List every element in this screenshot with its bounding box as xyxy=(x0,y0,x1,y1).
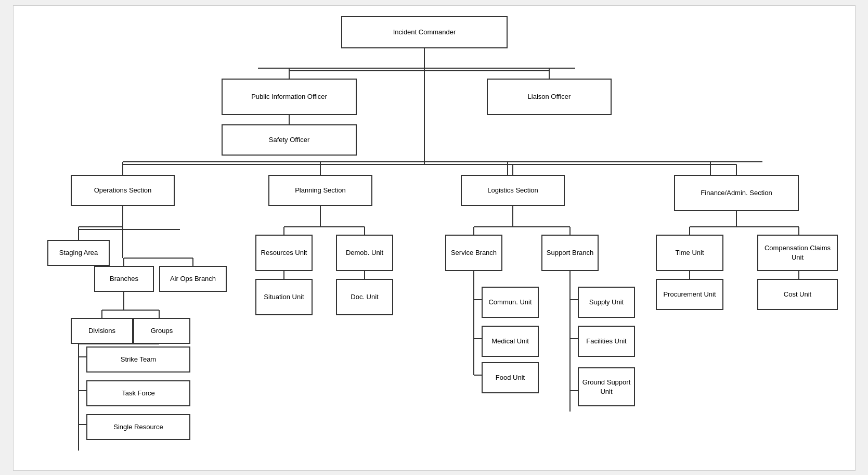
liaison-officer-box: Liaison Officer xyxy=(487,79,612,115)
public-info-officer-box: Public Information Officer xyxy=(222,79,357,115)
incident-commander-box: Incident Commander xyxy=(341,16,508,48)
situation-unit-box: Situation Unit xyxy=(255,279,313,315)
food-unit-box: Food Unit xyxy=(482,362,539,393)
support-branch-label: Support Branch xyxy=(546,248,593,258)
air-ops-branch-box: Air Ops Branch xyxy=(159,266,227,292)
facilities-unit-box: Facilities Unit xyxy=(578,326,635,357)
operations-section-box: Operations Section xyxy=(71,175,175,206)
ground-support-unit-label: Ground Support Unit xyxy=(581,378,632,396)
medical-unit-label: Medical Unit xyxy=(491,337,529,346)
staging-area-box: Staging Area xyxy=(47,240,110,266)
groups-label: Groups xyxy=(150,326,173,336)
task-force-label: Task Force xyxy=(122,389,155,398)
planning-section-box: Planning Section xyxy=(268,175,372,206)
staging-area-label: Staging Area xyxy=(59,248,97,258)
strike-team-label: Strike Team xyxy=(120,355,156,364)
divisions-box: Divisions xyxy=(71,318,133,344)
commun-unit-box: Commun. Unit xyxy=(482,287,539,318)
finance-section-label: Finance/Admin. Section xyxy=(701,188,772,198)
safety-officer-box: Safety Officer xyxy=(222,124,357,156)
doc-unit-box: Doc. Unit xyxy=(336,279,393,315)
ground-support-unit-box: Ground Support Unit xyxy=(578,367,635,406)
org-chart-svg: Incident Commander Public Information Of… xyxy=(19,11,851,464)
finance-section-box: Finance/Admin. Section xyxy=(674,175,799,211)
liaison-officer-label: Liaison Officer xyxy=(527,92,571,101)
doc-unit-label: Doc. Unit xyxy=(351,292,378,302)
demob-unit-label: Demob. Unit xyxy=(345,248,383,258)
safety-officer-label: Safety Officer xyxy=(268,135,309,145)
service-branch-label: Service Branch xyxy=(450,248,496,258)
groups-box: Groups xyxy=(133,318,190,344)
facilities-unit-label: Facilities Unit xyxy=(586,337,626,346)
single-resource-box: Single Resource xyxy=(86,414,190,440)
operations-section-label: Operations Section xyxy=(94,186,151,195)
planning-section-label: Planning Section xyxy=(295,186,346,195)
procurement-unit-label: Procurement Unit xyxy=(663,290,716,299)
compensation-claims-unit-box: Compensation Claims Unit xyxy=(757,235,838,271)
time-unit-box: Time Unit xyxy=(656,235,723,271)
supply-unit-label: Supply Unit xyxy=(589,298,623,307)
supply-unit-box: Supply Unit xyxy=(578,287,635,318)
food-unit-label: Food Unit xyxy=(495,373,524,382)
strike-team-box: Strike Team xyxy=(86,346,190,373)
commun-unit-label: Commun. Unit xyxy=(488,298,532,307)
time-unit-label: Time Unit xyxy=(675,248,704,258)
support-branch-box: Support Branch xyxy=(541,235,599,271)
public-info-officer-label: Public Information Officer xyxy=(251,92,327,101)
logistics-section-box: Logistics Section xyxy=(461,175,565,206)
incident-commander-label: Incident Commander xyxy=(393,28,456,37)
single-resource-label: Single Resource xyxy=(113,422,163,432)
procurement-unit-box: Procurement Unit xyxy=(656,279,723,310)
medical-unit-box: Medical Unit xyxy=(482,326,539,357)
divisions-label: Divisions xyxy=(88,326,115,336)
air-ops-branch-label: Air Ops Branch xyxy=(170,274,215,284)
branches-box: Branches xyxy=(94,266,154,292)
resources-unit-label: Resources Unit xyxy=(261,248,307,258)
service-branch-box: Service Branch xyxy=(445,235,502,271)
cost-unit-label: Cost Unit xyxy=(783,290,811,299)
demob-unit-box: Demob. Unit xyxy=(336,235,393,271)
resources-unit-box: Resources Unit xyxy=(255,235,313,271)
situation-unit-label: Situation Unit xyxy=(264,292,304,302)
branches-label: Branches xyxy=(110,274,138,284)
logistics-section-label: Logistics Section xyxy=(487,186,538,195)
task-force-box: Task Force xyxy=(86,380,190,406)
cost-unit-box: Cost Unit xyxy=(757,279,838,310)
chart-container: Incident Commander Public Information Of… xyxy=(13,5,856,471)
compensation-claims-unit-label: Compensation Claims Unit xyxy=(760,243,835,262)
